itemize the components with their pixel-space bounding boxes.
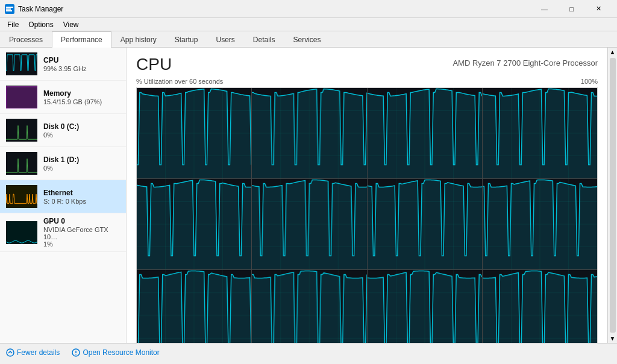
gpu0-thumbnail [6, 221, 37, 244]
cpu-cell-0 [137, 88, 251, 178]
cpu-graph [136, 87, 598, 343]
disk0-thumbnail [6, 119, 37, 142]
gpu0-label: GPU 0 [43, 217, 120, 225]
svg-point-7 [76, 354, 77, 355]
open-resource-monitor-label: Open Resource Monitor [83, 348, 159, 357]
cpu-thumbnail [6, 52, 37, 75]
memory-thumbnail [6, 86, 37, 108]
close-button[interactable]: ✕ [585, 0, 612, 18]
cpu-cell-10 [368, 270, 482, 343]
disk0-value: 0% [43, 131, 120, 139]
cpu-cell-4 [137, 179, 251, 269]
title-bar: Task Manager — □ ✕ [0, 0, 617, 18]
ethernet-value: S: 0 R: 0 Kbps [43, 198, 120, 205]
gpu0-value: NVIDIA GeForce GTX 10…1% [43, 226, 120, 248]
memory-label: Memory [43, 89, 120, 98]
sidebar-item-ethernet[interactable]: Ethernet S: 0 R: 0 Kbps [0, 180, 126, 213]
sidebar: CPU 99% 3.95 GHz Memory 15.4/15.9 GB (97… [0, 48, 127, 343]
tab-processes[interactable]: Processes [0, 31, 52, 48]
warning-icon [72, 348, 80, 357]
main-area: CPU 99% 3.95 GHz Memory 15.4/15.9 GB (97… [0, 48, 617, 343]
cpu-cell-6 [368, 179, 482, 269]
ethernet-label: Ethernet [43, 189, 120, 197]
svg-rect-2 [6, 8, 11, 10]
ethernet-thumbnail [6, 185, 37, 208]
app-icon [5, 4, 14, 14]
cpu-cell-1 [252, 88, 366, 178]
menu-bar: File Options View [0, 18, 617, 31]
menu-view[interactable]: View [58, 19, 84, 30]
graph-label: % Utilization over 60 seconds [136, 78, 223, 85]
svg-rect-1 [6, 7, 13, 8]
cpu-cell-8 [137, 270, 251, 343]
sidebar-item-disk1[interactable]: Disk 1 (D:) 0% [0, 147, 126, 180]
window-controls: — □ ✕ [531, 0, 612, 18]
scroll-thumb [610, 58, 616, 333]
content-header: CPU AMD Ryzen 7 2700 Eight-Core Processo… [136, 55, 598, 74]
disk1-thumbnail [6, 152, 37, 175]
cpu-cell-2 [368, 88, 482, 178]
tab-bar: Processes Performance App history Startu… [0, 31, 617, 48]
chevron-up-icon [6, 348, 14, 357]
maximize-button[interactable]: □ [558, 0, 585, 18]
tab-users[interactable]: Users [207, 31, 243, 48]
cpu-label: CPU [43, 56, 120, 64]
page-title: CPU [136, 55, 172, 74]
svg-point-4 [7, 349, 14, 356]
tab-details[interactable]: Details [244, 31, 284, 48]
open-resource-monitor-button[interactable]: Open Resource Monitor [72, 348, 159, 357]
cpu-model: AMD Ryzen 7 2700 Eight-Core Processor [453, 58, 598, 67]
memory-value: 15.4/15.9 GB (97%) [43, 98, 120, 105]
minimize-button[interactable]: — [531, 0, 558, 18]
sidebar-item-cpu[interactable]: CPU 99% 3.95 GHz [0, 48, 126, 81]
tab-performance[interactable]: Performance [52, 31, 111, 48]
cpu-cell-3 [483, 88, 597, 178]
tab-startup[interactable]: Startup [166, 31, 207, 48]
cpu-cell-11 [483, 270, 597, 343]
cpu-value: 99% 3.95 GHz [43, 65, 120, 72]
tab-services[interactable]: Services [284, 31, 330, 48]
content-panel: CPU AMD Ryzen 7 2700 Eight-Core Processo… [127, 48, 607, 343]
disk1-label: Disk 1 (D:) [43, 155, 120, 164]
svg-rect-3 [6, 10, 12, 11]
scroll-up-btn[interactable]: ▲ [610, 49, 616, 55]
tab-app-history[interactable]: App history [111, 31, 166, 48]
footer: Fewer details Open Resource Monitor [0, 343, 617, 361]
sidebar-item-disk0[interactable]: Disk 0 (C:) 0% [0, 114, 126, 147]
menu-options[interactable]: Options [23, 19, 58, 30]
cpu-cell-7 [483, 179, 597, 269]
right-scrollbar[interactable]: ▲ ▼ [607, 48, 617, 343]
graph-max-label: 100% [581, 78, 598, 86]
menu-file[interactable]: File [2, 19, 23, 30]
disk0-label: Disk 0 (C:) [43, 122, 120, 131]
scroll-down-btn[interactable]: ▼ [610, 335, 616, 342]
sidebar-item-memory[interactable]: Memory 15.4/15.9 GB (97%) [0, 81, 126, 114]
sidebar-item-gpu0[interactable]: GPU 0 NVIDIA GeForce GTX 10…1% [0, 213, 126, 252]
fewer-details-button[interactable]: Fewer details [6, 348, 60, 357]
fewer-details-label: Fewer details [17, 348, 60, 357]
disk1-value: 0% [43, 165, 120, 172]
window-title: Task Manager [18, 5, 531, 13]
cpu-cell-9 [252, 270, 366, 343]
cpu-cell-5 [252, 179, 366, 269]
